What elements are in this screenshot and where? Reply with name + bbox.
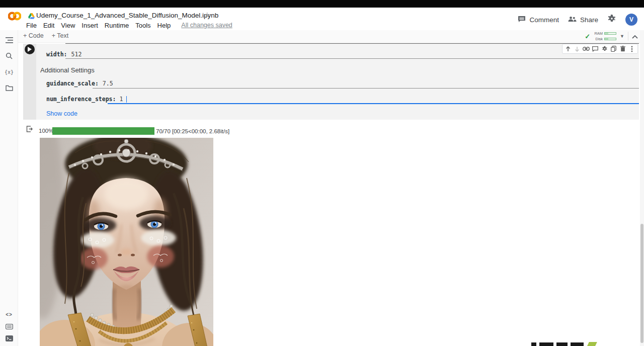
menu-help[interactable]: Help [157,22,171,29]
progress-percent: 100% [39,128,53,134]
num-inference-steps-field-underline-focused [108,103,639,104]
ram-disk-widget[interactable]: RAM Disk [594,31,616,41]
drive-file-icon [28,12,35,21]
output-indicator-icon [26,125,33,135]
menu-view[interactable]: View [61,22,75,29]
connected-check-icon: ✓ [585,33,590,40]
comment-icon [518,16,526,24]
notebook-title[interactable]: Udemy_Course_1_Advanced_Stable_Diffusion… [36,12,218,19]
header: Udemy_Course_1_Advanced_Stable_Diffusion… [0,8,644,30]
run-cell-button[interactable] [25,44,35,54]
collapse-header-icon[interactable] [632,32,638,41]
menu-insert[interactable]: Insert [82,22,98,29]
field-row-guidance-scale: guidance_scale: 7.5 [46,80,113,87]
terminal-icon[interactable] [0,333,18,343]
width-field-label: width: [46,51,67,58]
move-cell-up-icon[interactable] [564,45,572,53]
command-palette-icon[interactable] [0,321,18,331]
menubar: File Edit View Insert Runtime Tools Help… [26,22,232,29]
menu-runtime[interactable]: Runtime [105,22,129,29]
files-icon[interactable] [0,83,18,93]
copy-link-icon[interactable] [583,45,590,53]
guidance-scale-field-value[interactable]: 7.5 [103,80,113,87]
menu-file[interactable]: File [26,22,37,29]
settings-gear-icon[interactable] [607,14,616,25]
header-actions: Comment Share V [518,14,637,26]
progress-bar [52,127,154,135]
width-field-underline [65,58,639,59]
divider [628,32,628,41]
cell-settings-gear-icon[interactable] [601,45,608,53]
delete-cell-icon[interactable] [619,45,627,53]
left-sidebar: {x} <> [0,30,18,346]
show-code-link[interactable]: Show code [46,110,77,117]
field-row-width: width: 512 [46,51,82,58]
avatar[interactable]: V [625,14,637,26]
num-inference-steps-field-label: num_inference_steps: [46,96,116,103]
save-status[interactable]: All changes saved [181,22,232,29]
progress-bar-fill [52,127,154,135]
form-cell[interactable] [36,44,639,120]
add-code-button[interactable]: + Code [23,32,44,39]
ram-label: RAM [594,31,603,36]
disk-label: Disk [594,37,603,41]
output-image [40,138,213,346]
ram-meter [604,32,616,35]
guidance-scale-field-underline [93,88,639,89]
table-of-contents-icon[interactable] [0,35,18,45]
width-field-value[interactable]: 512 [71,51,82,58]
variables-icon[interactable]: {x} [0,67,18,77]
menu-tools[interactable]: Tools [135,22,150,29]
disk-meter [604,38,616,40]
comment-button[interactable]: Comment [518,16,559,24]
cell-toolbar [562,44,638,54]
resources-dropdown-icon[interactable]: ▼ [620,34,624,39]
star-icon[interactable]: ☆ [204,11,210,20]
share-button[interactable]: Share [568,16,598,24]
share-label: Share [580,16,598,24]
num-inference-steps-field-value[interactable]: 1 [119,96,123,103]
people-icon [568,16,577,24]
text-cursor [126,96,127,103]
resources-cluster: ✓ RAM Disk ▼ [585,31,638,41]
section-label: Additional Settings [40,66,95,74]
move-cell-down-icon[interactable] [573,45,581,53]
letterbox-bar [0,0,644,8]
colab-window: Udemy_Course_1_Advanced_Stable_Diffusion… [0,0,644,346]
mirror-cell-icon[interactable] [610,45,617,53]
menu-edit[interactable]: Edit [43,22,54,29]
add-comment-icon[interactable] [592,45,599,53]
field-row-num-inference-steps: num_inference_steps: 1 [46,96,127,103]
notebook-toolbar: + Code + Text ✓ RAM Disk ▼ [0,30,644,43]
video-watermark [531,342,598,346]
cell-gutter [23,44,36,120]
scrollbar-thumb[interactable] [640,224,643,343]
guidance-scale-field-label: guidance_scale: [46,80,99,87]
more-actions-icon[interactable] [628,45,636,53]
comment-label: Comment [529,16,559,24]
code-snippets-icon[interactable]: <> [0,309,18,319]
colab-logo-icon[interactable] [8,10,21,24]
add-text-button[interactable]: + Text [52,32,68,39]
add-cell-buttons: + Code + Text [23,32,68,39]
progress-stats: 70/70 [00:25<00:00, 2.68it/s] [156,128,229,134]
search-icon[interactable] [0,51,18,61]
